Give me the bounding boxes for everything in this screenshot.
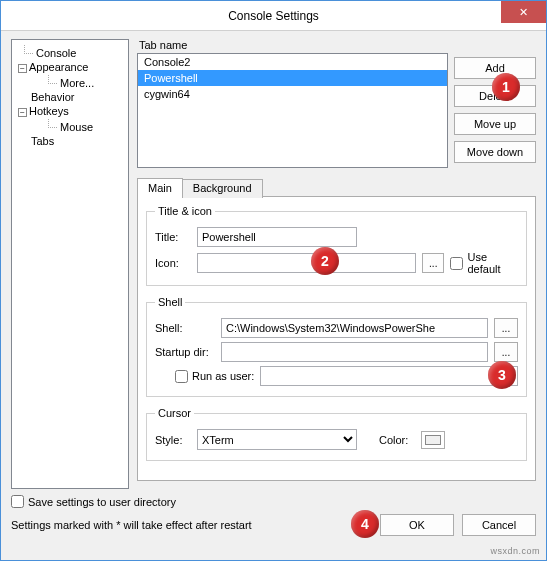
nav-tree[interactable]: Console −Appearance More... Behavior −Ho… [11, 39, 129, 489]
settings-window: Console Settings ✕ 1 2 3 4 Console −Appe… [0, 0, 547, 561]
group-title-icon: Title & icon Title: Icon: ... Use defaul… [146, 205, 527, 286]
tree-item-behavior[interactable]: Behavior [14, 90, 126, 104]
tab-content-main: Title & icon Title: Icon: ... Use defaul… [137, 196, 536, 481]
tab-name-listbox[interactable]: Console2 Powershell cygwin64 [137, 53, 448, 168]
icon-browse-button[interactable]: ... [422, 253, 444, 273]
move-down-button[interactable]: Move down [454, 141, 536, 163]
run-as-user-input[interactable] [260, 366, 518, 386]
titlebar: Console Settings ✕ [1, 1, 546, 31]
list-item[interactable]: Powershell [138, 70, 447, 86]
shell-label: Shell: [155, 322, 215, 334]
window-title: Console Settings [228, 9, 319, 23]
color-label: Color: [379, 434, 415, 446]
title-label: Title: [155, 231, 191, 243]
run-as-user-checkbox[interactable]: Run as user: [175, 370, 254, 383]
tab-background[interactable]: Background [182, 179, 263, 198]
tree-item-more[interactable]: More... [14, 74, 126, 90]
cursor-style-select[interactable]: XTerm [197, 429, 357, 450]
tab-list-label: Tab name [137, 39, 448, 51]
tree-item-tabs[interactable]: Tabs [14, 134, 126, 148]
icon-input[interactable] [197, 253, 416, 273]
collapse-icon[interactable]: − [18, 108, 27, 117]
save-to-user-dir-checkbox[interactable]: Save settings to user directory [11, 495, 536, 508]
startup-dir-label: Startup dir: [155, 346, 215, 358]
title-input[interactable] [197, 227, 357, 247]
legend-title-icon: Title & icon [155, 205, 215, 217]
startup-browse-button[interactable]: ... [494, 342, 518, 362]
tab-main[interactable]: Main [137, 178, 183, 197]
close-icon: ✕ [519, 6, 528, 19]
group-cursor: Cursor Style: XTerm Color: [146, 407, 527, 461]
restart-note: Settings marked with * will take effect … [11, 519, 380, 531]
group-shell: Shell Shell: ... Startup dir: ... [146, 296, 527, 397]
shell-browse-button[interactable]: ... [494, 318, 518, 338]
cursor-color-swatch[interactable] [421, 431, 445, 449]
tree-item-mouse[interactable]: Mouse [14, 118, 126, 134]
move-up-button[interactable]: Move up [454, 113, 536, 135]
delete-button[interactable]: Delete [454, 85, 536, 107]
tree-item-hotkeys[interactable]: −Hotkeys [14, 104, 126, 118]
add-button[interactable]: Add [454, 57, 536, 79]
collapse-icon[interactable]: − [18, 64, 27, 73]
legend-shell: Shell [155, 296, 185, 308]
watermark: wsxdn.com [490, 546, 540, 556]
cancel-button[interactable]: Cancel [462, 514, 536, 536]
use-default-checkbox[interactable]: Use default [450, 251, 518, 275]
ok-button[interactable]: OK [380, 514, 454, 536]
style-label: Style: [155, 434, 191, 446]
close-button[interactable]: ✕ [501, 1, 546, 23]
list-item[interactable]: cygwin64 [138, 86, 447, 102]
tree-item-console[interactable]: Console [14, 44, 126, 60]
list-item[interactable]: Console2 [138, 54, 447, 70]
icon-label: Icon: [155, 257, 191, 269]
tree-item-appearance[interactable]: −Appearance [14, 60, 126, 74]
window-body: 1 2 3 4 Console −Appearance More... Beha… [1, 31, 546, 560]
startup-dir-input[interactable] [221, 342, 488, 362]
shell-input[interactable] [221, 318, 488, 338]
legend-cursor: Cursor [155, 407, 194, 419]
